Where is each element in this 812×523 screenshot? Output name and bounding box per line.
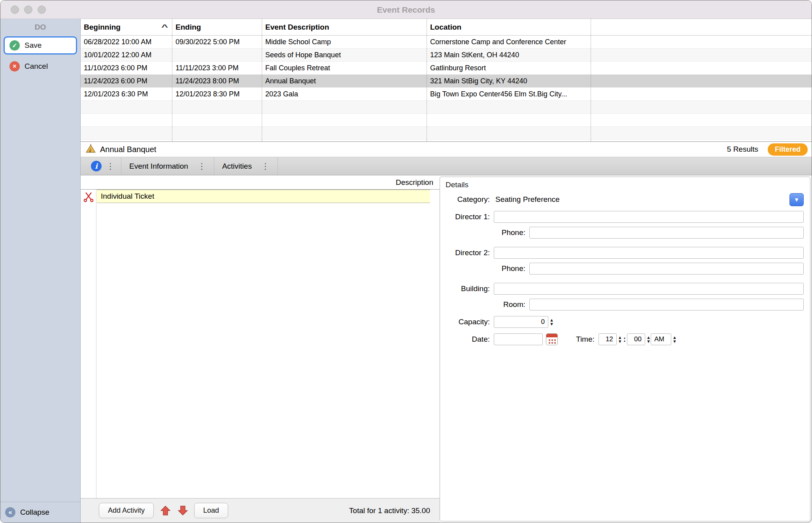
capacity-input[interactable]: [494, 316, 548, 328]
cell-description: Annual Banquet: [262, 75, 427, 87]
cell-beginning: 06/28/2022 10:00 AM: [81, 36, 172, 48]
date-label: Date:: [442, 335, 494, 344]
column-header-beginning[interactable]: Beginning ^: [81, 19, 172, 35]
remove-activity-button[interactable]: [83, 191, 94, 202]
table-row-selected[interactable]: 11/24/2023 6:00 PM 11/24/2023 8:00 PM An…: [81, 75, 812, 88]
activity-list-panel: Description Individual Ticket: [81, 175, 440, 498]
sort-ascending-icon: ^: [161, 23, 170, 32]
phone1-row: Phone:: [442, 225, 804, 241]
tab-label: Activities: [222, 162, 252, 171]
cancel-button[interactable]: × Cancel: [4, 58, 77, 74]
cell-location: Gatlinburg Resort: [427, 62, 591, 74]
category-value: Seating Preference: [495, 195, 560, 204]
tent-icon: [85, 144, 96, 155]
column-header-label: Event Description: [265, 23, 329, 32]
stepper-down-icon[interactable]: ▼: [672, 339, 677, 343]
cell-description: Middle School Camp: [262, 36, 427, 48]
titlebar: Event Records: [0, 0, 812, 19]
activity-row-selected[interactable]: Individual Ticket: [97, 190, 430, 203]
cell-ending: [172, 49, 262, 61]
kebab-icon[interactable]: ⋮: [198, 162, 206, 170]
table-row[interactable]: 06/28/2022 10:00 AM 09/30/2022 5:00 PM M…: [81, 36, 812, 49]
column-header-label: Location: [430, 23, 461, 32]
activity-total: Total for 1 activity: 35.00: [349, 506, 434, 515]
phone1-input[interactable]: [529, 227, 804, 239]
sidebar: DO ✓ Save × Cancel « Collapse: [0, 19, 81, 523]
add-activity-button[interactable]: Add Activity: [99, 503, 154, 518]
activity-row-gutter: [81, 190, 96, 498]
director1-input[interactable]: [494, 211, 804, 223]
save-button[interactable]: ✓ Save: [4, 36, 77, 55]
table-row[interactable]: 12/01/2023 6:30 PM 12/01/2023 8:30 PM 20…: [81, 88, 812, 101]
info-icon[interactable]: i: [91, 161, 102, 171]
tab-bar: i ⋮ Event Information ⋮ Activities ⋮: [81, 157, 812, 175]
date-picker-button[interactable]: [546, 333, 558, 345]
capacity-row: Capacity: ▲ ▼: [442, 314, 804, 330]
save-label: Save: [25, 41, 42, 50]
kebab-icon[interactable]: ⋮: [106, 162, 115, 170]
record-bar: Annual Banquet 5 Results Filtered: [81, 142, 812, 157]
cell-ending: 11/24/2023 8:00 PM: [172, 75, 262, 87]
capacity-label: Capacity:: [442, 318, 494, 326]
cell-location: Big Town Expo Center456 Elm St.Big City.…: [427, 88, 591, 100]
cell-beginning: 12/01/2023 6:30 PM: [81, 88, 172, 100]
collapse-label: Collapse: [20, 508, 49, 517]
table-row[interactable]: 11/10/2023 6:00 PM 11/11/2023 3:00 PM Fa…: [81, 62, 812, 75]
category-label: Category:: [442, 195, 494, 204]
collapse-button[interactable]: « Collapse: [0, 502, 80, 523]
cell-empty: [591, 62, 812, 74]
cell-location: 123 Main StKent, OH 44240: [427, 49, 591, 61]
minute-stepper: ▲ ▼: [646, 335, 651, 343]
record-title: Annual Banquet: [100, 145, 156, 154]
cell-beginning: 11/10/2023 6:00 PM: [81, 62, 172, 74]
time-label: Time:: [576, 335, 595, 344]
cell-ending: 11/11/2023 3:00 PM: [172, 62, 262, 74]
events-table: Beginning ^ Ending Event Description Loc…: [81, 19, 812, 142]
stepper-down-icon[interactable]: ▼: [646, 339, 651, 343]
load-button[interactable]: Load: [194, 503, 228, 518]
date-input[interactable]: [494, 333, 543, 345]
stepper-down-icon[interactable]: ▼: [550, 322, 554, 326]
building-input[interactable]: [494, 283, 804, 295]
time-ampm-input[interactable]: [651, 333, 671, 345]
phone2-label: Phone:: [442, 264, 529, 273]
time-minute-input[interactable]: [627, 333, 645, 345]
room-row: Room:: [442, 297, 804, 312]
results-count: 5 Results: [727, 145, 758, 154]
sidebar-header: DO: [0, 19, 80, 36]
cell-empty: [591, 88, 812, 100]
phone2-input[interactable]: [529, 263, 804, 275]
category-dropdown-button[interactable]: ▾: [789, 193, 804, 206]
kebab-icon[interactable]: ⋮: [261, 162, 270, 170]
room-input[interactable]: [529, 299, 804, 310]
cell-description: Seeds of Hope Banquet: [262, 49, 427, 61]
category-row: Category: Seating Preference ▾: [442, 192, 804, 207]
table-header-row: Beginning ^ Ending Event Description Loc…: [81, 19, 812, 36]
table-row[interactable]: 10/01/2022 12:00 AM Seeds of Hope Banque…: [81, 49, 812, 62]
phone1-label: Phone:: [442, 228, 529, 237]
column-header-location[interactable]: Location: [427, 19, 591, 35]
director2-row: Director 2:: [442, 245, 804, 261]
tab-label: Event Information: [129, 162, 188, 171]
column-header-empty: [591, 19, 812, 35]
tab-event-information[interactable]: Event Information ⋮: [121, 157, 214, 175]
time-hour-input[interactable]: [599, 333, 617, 345]
cell-ending: 09/30/2022 5:00 PM: [172, 36, 262, 48]
column-header-event-description[interactable]: Event Description: [262, 19, 427, 35]
column-header-label: Beginning: [84, 23, 121, 32]
director2-input[interactable]: [494, 247, 804, 259]
window-title: Event Records: [0, 0, 812, 19]
cell-empty: [591, 36, 812, 48]
filtered-badge[interactable]: Filtered: [768, 143, 808, 156]
chevron-down-icon: ▾: [795, 196, 799, 204]
tab-activities[interactable]: Activities ⋮: [214, 157, 278, 175]
cell-empty: [591, 49, 812, 61]
move-up-button[interactable]: [159, 505, 171, 517]
director1-row: Director 1:: [442, 209, 804, 225]
cell-beginning: 10/01/2022 12:00 AM: [81, 49, 172, 61]
move-down-button[interactable]: [177, 505, 189, 517]
details-header: Details: [440, 177, 810, 190]
column-header-ending[interactable]: Ending: [172, 19, 262, 35]
cell-location: 321 Main StBig City, KY 44240: [427, 75, 591, 87]
stepper-down-icon[interactable]: ▼: [618, 339, 622, 343]
